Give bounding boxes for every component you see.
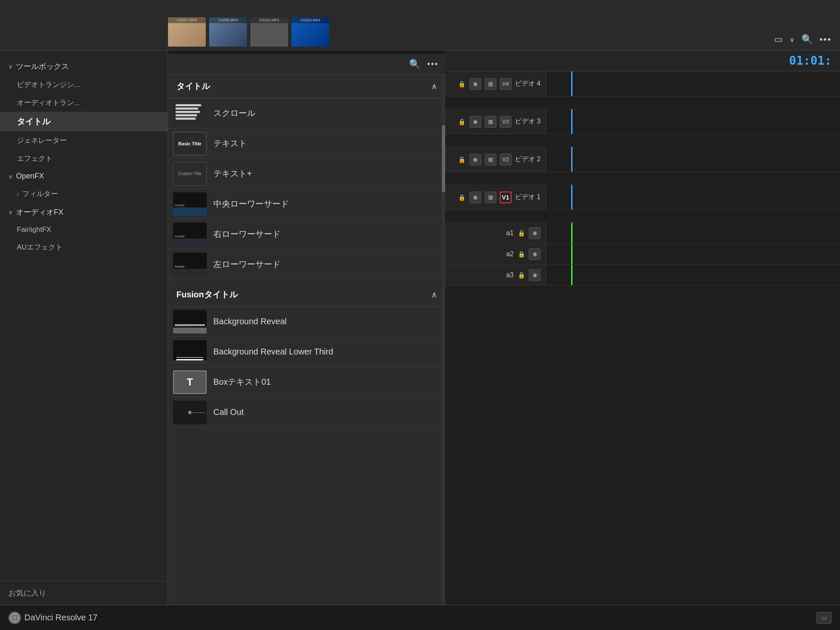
sidebar-item-toolbox[interactable]: ∨ ツールボックス [0, 57, 168, 76]
effect-thumb-call-out [173, 401, 207, 424]
eye-icon-v1[interactable]: ◉ [470, 192, 481, 203]
film-icon-v3[interactable]: ▦ [485, 116, 496, 128]
favorites-section[interactable]: お気に入り [0, 581, 168, 605]
more-icon[interactable]: ••• [819, 34, 832, 45]
sidebar-item-filter[interactable]: › フィルター [0, 185, 168, 203]
effect-thumb-bg-reveal-lower [173, 340, 207, 364]
track-id-v1[interactable]: V1 [500, 192, 512, 203]
effect-item-scroll[interactable]: スクロール [168, 98, 445, 129]
effect-item-center-lower[interactable]: Sample ····· 中央ローワーサード [168, 189, 445, 219]
track-id-v2[interactable]: V2 [500, 154, 512, 165]
lock-icon-a2[interactable]: 🔒 [517, 250, 525, 258]
eye-icon-v3[interactable]: ◉ [470, 116, 481, 128]
sidebar-item-openfx[interactable]: ∨ OpenFX [0, 168, 168, 185]
effect-thumb-scroll [173, 102, 207, 125]
sidebar-item-audio-transitions[interactable]: オーディオトラン... [0, 94, 168, 112]
sidebar-item-aueffects[interactable]: AUエフェクト [0, 238, 168, 256]
lock-icon-v3[interactable]: 🔒 [458, 118, 466, 126]
film-icon-v4[interactable]: ▦ [485, 78, 496, 90]
sidebar-item-generators[interactable]: ジェネレーター [0, 131, 168, 150]
sidebar-item-label-titles: タイトル [17, 116, 50, 127]
effects-scrollbar[interactable] [442, 75, 445, 605]
sidebar-item-effects[interactable]: エフェクト [0, 150, 168, 168]
effect-item-bg-reveal[interactable]: background reveal Background Reveal [168, 307, 445, 337]
search-button[interactable]: 🔍 [409, 59, 420, 70]
effect-thumb-right-lower: Sample [173, 223, 207, 246]
media-thumb-4[interactable]: C0333.MP4 [291, 17, 329, 47]
track-row-v1: 🔒 ◉ ▦ V1 ビデオ 1 [445, 185, 840, 210]
track-label-v1: ビデオ 1 [515, 193, 541, 202]
eye-icon-a2[interactable]: ◉ [529, 248, 541, 260]
effect-item-box-text[interactable]: T Boxテキスト01 [168, 367, 445, 397]
effect-name-text: テキスト [213, 138, 247, 149]
effects-scrollbar-thumb[interactable] [442, 125, 445, 192]
effect-item-left-lower[interactable]: ··· Sample 左ローワーサード [168, 249, 445, 280]
chevron-up-icon-fusion[interactable]: ∧ [431, 290, 437, 299]
media-thumb-1[interactable]: C0257.MP4 [168, 17, 206, 47]
playhead-a3 [571, 265, 572, 285]
track-row-v4: 🔒 ◉ ▦ V4 ビデオ 4 [445, 71, 840, 97]
lock-icon-a3[interactable]: 🔒 [517, 271, 525, 279]
effect-item-text[interactable]: Basic Title テキスト [168, 129, 445, 159]
effect-name-scroll: スクロール [213, 108, 255, 119]
eye-icon-a1[interactable]: ◉ [529, 227, 541, 239]
effect-item-right-lower[interactable]: Sample 右ローワーサード [168, 219, 445, 249]
more-options-button[interactable]: ••• [427, 59, 438, 69]
media-thumb-3[interactable]: C0322.MP4 [250, 17, 288, 47]
track-label-a1: a1 [506, 229, 514, 237]
film-icon-v1[interactable]: ▦ [485, 192, 496, 203]
media-label-4: C0333.MP4 [291, 17, 329, 23]
track-controls-a1: a1 🔒 ◉ [445, 223, 546, 243]
track-controls-v3: 🔒 ◉ ▦ V3 ビデオ 3 [445, 109, 546, 134]
app-name-label: DaVinci Resolve 17 [24, 613, 97, 622]
film-icon-v2[interactable]: ▦ [485, 154, 496, 165]
lock-icon-v4[interactable]: 🔒 [458, 80, 466, 88]
sidebar-item-fairlightfx[interactable]: FairlightFX [0, 221, 168, 238]
track-content-v4[interactable] [546, 71, 840, 96]
track-content-v1[interactable] [546, 185, 840, 210]
lock-icon-v1[interactable]: 🔒 [458, 193, 466, 202]
effect-item-call-out[interactable]: Call Out [168, 397, 445, 428]
bottom-right-icon[interactable]: ▭ [816, 612, 832, 624]
timeline-panel: 01:01: 🔒 ◉ ▦ V4 ビデオ 4 🔒 ◉ ▦ V3 ビデオ 3 [445, 50, 840, 605]
effect-name-bg-reveal-lower: Background Reveal Lower Third [213, 347, 333, 357]
effect-item-textplus[interactable]: Custom Title テキスト+ [168, 159, 445, 189]
track-content-v3[interactable] [546, 109, 840, 134]
effect-name-bg-reveal: Background Reveal [213, 317, 287, 326]
effect-item-bg-reveal-lower[interactable]: Background Reveal Lower Third [168, 337, 445, 367]
track-content-a2[interactable] [546, 244, 840, 264]
monitor-icon[interactable]: ▭ [774, 34, 783, 45]
lock-icon-v2[interactable]: 🔒 [458, 155, 466, 164]
track-content-v2[interactable] [546, 147, 840, 172]
search-icon[interactable]: 🔍 [801, 34, 813, 45]
effect-thumb-center-lower: Sample ····· [173, 192, 207, 216]
sidebar-item-titles[interactable]: タイトル [0, 112, 168, 131]
effect-name-left-lower: 左ローワーサード [213, 259, 281, 270]
sidebar-item-label-filter: フィルター [22, 189, 58, 199]
effect-name-box-text: Boxテキスト01 [213, 376, 271, 388]
eye-icon-v4[interactable]: ◉ [470, 78, 481, 90]
timecode-display: 01:01: [789, 54, 832, 68]
effect-thumb-box-text: T [173, 370, 207, 394]
track-content-a1[interactable] [546, 223, 840, 243]
media-label-2: C0258.MP4 [209, 17, 247, 23]
sidebar-item-audiofx[interactable]: ∨ オーディオFX [0, 203, 168, 221]
lock-icon-a1[interactable]: 🔒 [517, 229, 525, 237]
eye-icon-a3[interactable]: ◉ [529, 269, 541, 281]
sidebar: ∨ ツールボックス ビデオトランジシ... オーディオトラン... タイトル ジ… [0, 50, 168, 605]
playhead-v2 [571, 147, 572, 172]
sidebar-item-video-transitions[interactable]: ビデオトランジシ... [0, 76, 168, 94]
chevron-down-icon[interactable]: ∨ [790, 36, 795, 44]
playhead-v3 [571, 109, 572, 134]
chevron-up-icon-titles[interactable]: ∧ [431, 82, 437, 91]
chevron-down-icon: ∨ [8, 63, 13, 70]
track-id-v4[interactable]: V4 [500, 78, 512, 90]
track-content-a3[interactable] [546, 265, 840, 285]
track-controls-a2: a2 🔒 ◉ [445, 244, 546, 264]
sidebar-item-label-generators: ジェネレーター [17, 136, 67, 145]
box-t-label: T [187, 376, 193, 388]
track-id-v3[interactable]: V3 [500, 116, 512, 128]
chevron-right-icon-filter: › [17, 191, 19, 197]
media-thumb-2[interactable]: C0258.MP4 [209, 17, 247, 47]
eye-icon-v2[interactable]: ◉ [470, 154, 481, 165]
